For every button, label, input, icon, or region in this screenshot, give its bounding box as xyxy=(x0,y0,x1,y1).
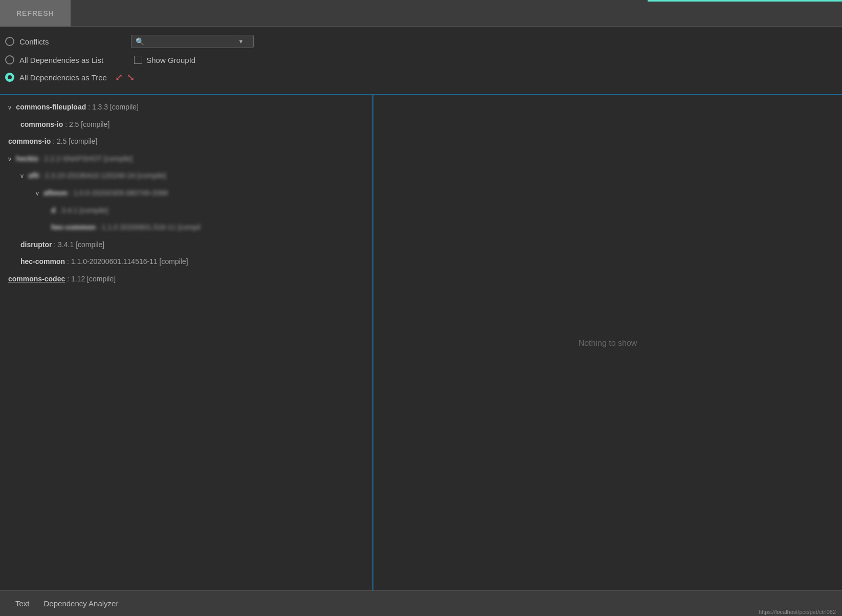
search-icon: 🔍 xyxy=(136,37,144,46)
list-item[interactable]: commons-io : 2.5 [compile] xyxy=(0,133,372,150)
dep-version: : 2.5 [compile] xyxy=(53,137,97,145)
conflicts-label: Conflicts xyxy=(19,37,49,46)
dep-version: : 2.2.2-SNAPSHOT [compile] xyxy=(40,155,132,163)
list-item[interactable]: d​​​​​​​​​​​ . 3.4.1 [compile] xyxy=(0,202,372,219)
dep-name: commons-fileupload xyxy=(16,103,86,111)
dep-name: d​​​​​​​​​​​ xyxy=(51,206,56,214)
conflicts-radio[interactable] xyxy=(5,37,14,46)
toggle-icon[interactable]: v xyxy=(20,172,25,180)
dep-version: : 1.3.3 [compile] xyxy=(88,103,139,111)
dep-version: : 1.0.0-20200309.080749-2088 xyxy=(70,189,168,197)
all-deps-tree-row: All Dependencies as Tree ⤢ ⤡ xyxy=(5,72,832,83)
status-bar: https://localhost/pcc/pet/ctrl062 xyxy=(752,608,842,616)
all-deps-list-radio[interactable] xyxy=(5,55,14,64)
dep-name: aft​​​​​​​​​​​​​​​i xyxy=(28,171,39,180)
tree-panel: v commons-fileupload : 1.3.3 [compile] c… xyxy=(0,95,373,592)
dep-name: commons-io xyxy=(8,137,51,145)
main-content: v commons-fileupload : 1.3.3 [compile] c… xyxy=(0,95,842,592)
list-item[interactable]: hec-common : 1.1.0 20200601.​​​516-11 [c… xyxy=(0,219,372,236)
search-dropdown-icon[interactable]: ▼ xyxy=(238,38,244,45)
dep-version: : 2.3.15-20190410.120240-24 [compile] xyxy=(41,171,166,180)
collapse-all-icon[interactable]: ⤡ xyxy=(127,72,135,83)
all-deps-tree-label: All Dependencies as Tree xyxy=(19,73,107,82)
progress-bar xyxy=(648,0,842,2)
toggle-icon[interactable]: v xyxy=(8,104,13,111)
tree-scroll[interactable]: v commons-fileupload : 1.3.3 [compile] c… xyxy=(0,95,372,592)
dep-name: commons-codec xyxy=(8,275,65,283)
empty-message: Nothing to show xyxy=(579,339,637,348)
dep-version: : 1.1.0-20200601.114516-11 [compile] xyxy=(67,257,188,266)
dep-version: : 2.5 [compile] xyxy=(65,120,109,128)
conflicts-radio-label[interactable]: Conflicts xyxy=(5,37,49,46)
dep-name: commons-io xyxy=(20,120,63,128)
search-input[interactable] xyxy=(146,37,238,46)
bottom-bar: Text Dependency Analyzer https://localho… xyxy=(0,590,842,616)
all-deps-tree-radio-label[interactable]: All Dependencies as Tree xyxy=(5,73,107,82)
list-item[interactable]: commons-io : 2.5 [compile] xyxy=(0,116,372,134)
dep-version: : 3.4.1 [compile] xyxy=(54,240,104,249)
dep-version: . 3.4.1 [compile] xyxy=(56,206,108,214)
list-item[interactable]: disruptor : 3.4.1 [compile] xyxy=(0,236,372,254)
all-deps-list-label: All Dependencies as List xyxy=(19,56,103,64)
dep-version: : 1.12 [compile] xyxy=(67,275,116,283)
dep-name: disruptor xyxy=(20,240,52,249)
search-box: 🔍 ▼ xyxy=(131,35,254,48)
tab-dependency-analyzer[interactable]: Dependency Analyzer xyxy=(37,596,126,611)
list-item[interactable]: v hec​​​​​​​​​​biz : 2.2.2-SNAPSHOT [com… xyxy=(0,150,372,168)
dep-name: aft​​​​​​​​​​​mon xyxy=(43,189,68,197)
list-item[interactable]: v aft​​​​​​​​​​​mon : 1.0.0-20200309.080… xyxy=(0,185,372,202)
tab-text[interactable]: Text xyxy=(8,596,37,611)
list-item[interactable]: v aft​​​​​​​​​​​​​​​i : 2.3.15-20190410.… xyxy=(0,167,372,185)
list-item[interactable]: hec-common : 1.1.0-20200601.114516-11 [c… xyxy=(0,253,372,271)
show-groupid-text: Show GroupId xyxy=(146,56,195,64)
right-panel: Nothing to show xyxy=(373,95,842,592)
toggle-icon[interactable]: v xyxy=(36,190,40,197)
show-groupid-label[interactable]: Show GroupId xyxy=(134,56,195,64)
expand-icons: ⤢ ⤡ xyxy=(115,72,135,83)
toggle-icon[interactable]: v xyxy=(8,156,13,163)
expand-all-icon[interactable]: ⤢ xyxy=(115,72,123,83)
all-deps-tree-radio[interactable] xyxy=(5,73,14,82)
status-url: https://localhost/pcc/pet/ctrl062 xyxy=(759,609,836,615)
dep-name: hec​​​​​​​​​​biz xyxy=(16,155,38,163)
all-deps-list-row: All Dependencies as List Show GroupId xyxy=(5,55,832,64)
top-bar: REFRESH xyxy=(0,0,842,27)
show-groupid-checkbox[interactable] xyxy=(134,56,142,64)
dep-name: hec-common xyxy=(51,223,96,231)
list-item[interactable]: commons-codec : 1.12 [compile] xyxy=(0,271,372,288)
dep-version: : 1.1.0 20200601.​​​516-11 [compil xyxy=(98,223,201,231)
conflicts-row: Conflicts 🔍 ▼ xyxy=(5,35,832,48)
refresh-button[interactable]: REFRESH xyxy=(0,0,71,27)
dep-name: hec-common xyxy=(20,257,65,266)
all-deps-list-radio-label[interactable]: All Dependencies as List xyxy=(5,55,103,64)
options-section: Conflicts 🔍 ▼ All Dependencies as List S… xyxy=(0,27,842,94)
list-item[interactable]: v commons-fileupload : 1.3.3 [compile] xyxy=(0,99,372,116)
